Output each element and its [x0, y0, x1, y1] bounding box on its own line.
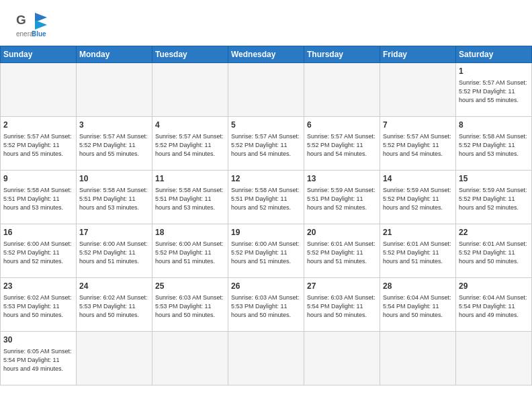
- calendar-cell: 19Sunrise: 6:00 AM Sunset: 5:52 PM Dayli…: [228, 224, 304, 278]
- day-info: Sunrise: 6:02 AM Sunset: 5:53 PM Dayligh…: [79, 293, 149, 320]
- day-info: Sunrise: 6:03 AM Sunset: 5:54 PM Dayligh…: [307, 293, 377, 320]
- day-info: Sunrise: 6:01 AM Sunset: 5:52 PM Dayligh…: [383, 240, 453, 266]
- day-number: 4: [155, 120, 225, 131]
- calendar-cell: 5Sunrise: 5:57 AM Sunset: 5:52 PM Daylig…: [228, 117, 304, 171]
- calendar-cell: 20Sunrise: 6:01 AM Sunset: 5:52 PM Dayli…: [304, 224, 380, 278]
- day-info: Sunrise: 6:00 AM Sunset: 5:52 PM Dayligh…: [79, 240, 149, 266]
- calendar-cell: [152, 63, 228, 117]
- calendar-cell: 12Sunrise: 5:58 AM Sunset: 5:51 PM Dayli…: [228, 171, 304, 224]
- day-number: 24: [79, 281, 149, 292]
- day-number: 9: [3, 173, 73, 185]
- day-info: Sunrise: 6:01 AM Sunset: 5:52 PM Dayligh…: [307, 240, 377, 266]
- calendar-cell: 28Sunrise: 6:04 AM Sunset: 5:54 PM Dayli…: [380, 278, 456, 332]
- header-wednesday: Wednesday: [228, 46, 304, 63]
- calendar-cell: [304, 332, 380, 385]
- logo: G eneral Blue: [16, 12, 50, 40]
- header-friday: Friday: [380, 46, 456, 63]
- day-number: 7: [383, 120, 453, 131]
- day-number: 12: [231, 173, 301, 185]
- calendar-week-row: 1Sunrise: 5:57 AM Sunset: 5:52 PM Daylig…: [1, 63, 532, 117]
- day-number: 18: [155, 227, 225, 238]
- day-number: 6: [307, 120, 377, 131]
- day-info: Sunrise: 5:59 AM Sunset: 5:51 PM Dayligh…: [307, 186, 377, 212]
- calendar-cell: 8Sunrise: 5:58 AM Sunset: 5:52 PM Daylig…: [456, 117, 532, 171]
- day-info: Sunrise: 5:57 AM Sunset: 5:52 PM Dayligh…: [231, 132, 301, 158]
- day-info: Sunrise: 6:03 AM Sunset: 5:53 PM Dayligh…: [231, 293, 301, 320]
- day-info: Sunrise: 6:04 AM Sunset: 5:54 PM Dayligh…: [459, 293, 529, 320]
- svg-marker-1: [35, 13, 47, 22]
- day-number: 27: [307, 281, 377, 292]
- day-info: Sunrise: 6:02 AM Sunset: 5:53 PM Dayligh…: [3, 293, 73, 320]
- calendar-cell: [1, 63, 77, 117]
- day-number: 11: [155, 173, 225, 185]
- calendar-cell: [304, 63, 380, 117]
- day-number: 3: [79, 120, 149, 131]
- day-info: Sunrise: 5:57 AM Sunset: 5:52 PM Dayligh…: [307, 132, 377, 158]
- day-number: 1: [459, 66, 529, 77]
- calendar-cell: 3Sunrise: 5:57 AM Sunset: 5:52 PM Daylig…: [77, 117, 152, 171]
- calendar-cell: [77, 63, 152, 117]
- calendar-cell: 1Sunrise: 5:57 AM Sunset: 5:52 PM Daylig…: [456, 63, 532, 117]
- calendar-cell: 25Sunrise: 6:03 AM Sunset: 5:53 PM Dayli…: [152, 278, 228, 332]
- calendar-cell: 17Sunrise: 6:00 AM Sunset: 5:52 PM Dayli…: [77, 224, 152, 278]
- day-number: 8: [459, 120, 529, 131]
- calendar-cell: 9Sunrise: 5:58 AM Sunset: 5:51 PM Daylig…: [1, 171, 77, 224]
- calendar-cell: 30Sunrise: 6:05 AM Sunset: 5:54 PM Dayli…: [1, 332, 77, 385]
- day-number: 19: [231, 227, 301, 238]
- calendar-cell: 18Sunrise: 6:00 AM Sunset: 5:52 PM Dayli…: [152, 224, 228, 278]
- calendar-week-row: 2Sunrise: 5:57 AM Sunset: 5:52 PM Daylig…: [1, 117, 532, 171]
- day-number: 15: [459, 173, 529, 185]
- calendar-cell: 13Sunrise: 5:59 AM Sunset: 5:51 PM Dayli…: [304, 171, 380, 224]
- day-info: Sunrise: 6:00 AM Sunset: 5:52 PM Dayligh…: [231, 240, 301, 266]
- calendar-cell: 14Sunrise: 5:59 AM Sunset: 5:52 PM Dayli…: [380, 171, 456, 224]
- calendar-cell: 27Sunrise: 6:03 AM Sunset: 5:54 PM Dayli…: [304, 278, 380, 332]
- day-info: Sunrise: 6:01 AM Sunset: 5:52 PM Dayligh…: [459, 240, 529, 266]
- svg-text:Blue: Blue: [32, 30, 46, 38]
- calendar-header-row: SundayMondayTuesdayWednesdayThursdayFrid…: [1, 46, 532, 63]
- calendar-cell: [228, 63, 304, 117]
- day-info: Sunrise: 5:58 AM Sunset: 5:51 PM Dayligh…: [155, 186, 225, 212]
- calendar-cell: 23Sunrise: 6:02 AM Sunset: 5:53 PM Dayli…: [1, 278, 77, 332]
- calendar-cell: 24Sunrise: 6:02 AM Sunset: 5:53 PM Dayli…: [77, 278, 152, 332]
- calendar-week-row: 30Sunrise: 6:05 AM Sunset: 5:54 PM Dayli…: [1, 332, 532, 385]
- calendar-cell: 21Sunrise: 6:01 AM Sunset: 5:52 PM Dayli…: [380, 224, 456, 278]
- header-thursday: Thursday: [304, 46, 380, 63]
- day-number: 23: [3, 281, 73, 292]
- calendar-cell: 22Sunrise: 6:01 AM Sunset: 5:52 PM Dayli…: [456, 224, 532, 278]
- header-sunday: Sunday: [1, 46, 77, 63]
- calendar-cell: [456, 332, 532, 385]
- calendar-cell: 26Sunrise: 6:03 AM Sunset: 5:53 PM Dayli…: [228, 278, 304, 332]
- day-number: 14: [383, 173, 453, 185]
- day-number: 13: [307, 173, 377, 185]
- calendar-cell: [152, 332, 228, 385]
- calendar-cell: [77, 332, 152, 385]
- header-tuesday: Tuesday: [152, 46, 228, 63]
- day-number: 26: [231, 281, 301, 292]
- calendar-cell: [228, 332, 304, 385]
- calendar-week-row: 16Sunrise: 6:00 AM Sunset: 5:52 PM Dayli…: [1, 224, 532, 278]
- calendar-week-row: 23Sunrise: 6:02 AM Sunset: 5:53 PM Dayli…: [1, 278, 532, 332]
- calendar-week-row: 9Sunrise: 5:58 AM Sunset: 5:51 PM Daylig…: [1, 171, 532, 224]
- calendar-cell: 7Sunrise: 5:57 AM Sunset: 5:52 PM Daylig…: [380, 117, 456, 171]
- calendar-cell: 2Sunrise: 5:57 AM Sunset: 5:52 PM Daylig…: [1, 117, 77, 171]
- calendar-cell: 10Sunrise: 5:58 AM Sunset: 5:51 PM Dayli…: [77, 171, 152, 224]
- calendar-cell: 29Sunrise: 6:04 AM Sunset: 5:54 PM Dayli…: [456, 278, 532, 332]
- day-number: 5: [231, 120, 301, 131]
- logo-svg: G eneral Blue: [16, 12, 50, 40]
- header-monday: Monday: [77, 46, 152, 63]
- day-info: Sunrise: 5:58 AM Sunset: 5:51 PM Dayligh…: [79, 186, 149, 212]
- day-info: Sunrise: 5:57 AM Sunset: 5:52 PM Dayligh…: [155, 132, 225, 158]
- day-info: Sunrise: 5:58 AM Sunset: 5:51 PM Dayligh…: [3, 186, 73, 212]
- calendar-cell: 11Sunrise: 5:58 AM Sunset: 5:51 PM Dayli…: [152, 171, 228, 224]
- day-number: 20: [307, 227, 377, 238]
- day-number: 30: [3, 334, 73, 346]
- calendar-cell: [380, 332, 456, 385]
- day-number: 28: [383, 281, 453, 292]
- day-number: 21: [383, 227, 453, 238]
- day-info: Sunrise: 5:58 AM Sunset: 5:52 PM Dayligh…: [459, 132, 529, 158]
- day-info: Sunrise: 5:57 AM Sunset: 5:52 PM Dayligh…: [383, 132, 453, 158]
- day-number: 25: [155, 281, 225, 292]
- calendar-cell: 6Sunrise: 5:57 AM Sunset: 5:52 PM Daylig…: [304, 117, 380, 171]
- day-info: Sunrise: 5:59 AM Sunset: 5:52 PM Dayligh…: [383, 186, 453, 212]
- day-info: Sunrise: 5:57 AM Sunset: 5:52 PM Dayligh…: [79, 132, 149, 158]
